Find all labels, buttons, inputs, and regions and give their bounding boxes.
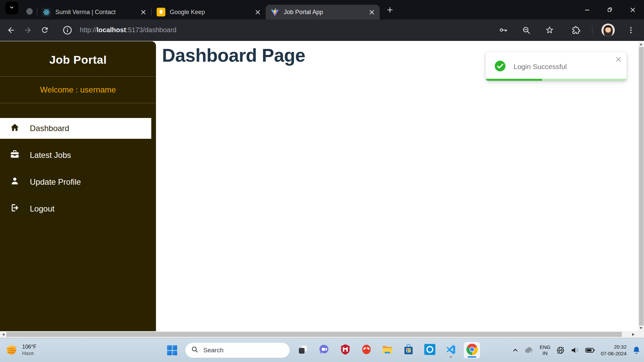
welcome-text: Welcome : username [0, 77, 156, 103]
url-text: http://localhost:5173/dashboard [80, 26, 176, 34]
passwords-key-icon[interactable] [496, 23, 510, 37]
sidebar-item-logout[interactable]: Logout [0, 198, 156, 219]
vertical-scrollbar[interactable] [638, 41, 644, 331]
alexa-button[interactable] [422, 342, 438, 358]
google-keep-icon [156, 8, 165, 17]
chrome-button[interactable] [464, 342, 480, 358]
weather-temperature: 106°F [22, 344, 37, 350]
vite-icon [270, 8, 279, 17]
horizontal-scroll-thumb[interactable] [6, 332, 622, 337]
taskbar-center [164, 338, 480, 362]
task-view-icon [298, 344, 308, 356]
taskbar: 106°F Haze [0, 338, 644, 362]
url-protocol: http:// [80, 26, 97, 34]
weather-condition: Haze [22, 350, 37, 357]
notification-bell-icon[interactable] [632, 346, 641, 354]
app-title: Job Portal [0, 41, 156, 66]
file-explorer-button[interactable] [379, 342, 395, 358]
restore-button[interactable] [598, 0, 621, 19]
close-window-button[interactable] [621, 0, 644, 19]
mcafee-button[interactable] [337, 342, 353, 358]
new-tab-button[interactable] [384, 4, 396, 16]
zoom-out-icon[interactable] [519, 23, 533, 37]
url-host: localhost [97, 26, 126, 34]
sidebar-item-label: Latest Jobs [30, 150, 71, 160]
sidebar-item-label: Update Profile [30, 177, 81, 187]
tab-job-portal-app[interactable]: Job Portal App [266, 5, 380, 19]
close-tab-icon[interactable] [253, 7, 262, 17]
vscode-button[interactable] [443, 342, 459, 358]
scroll-down-arrow[interactable] [640, 327, 642, 329]
screen: Sumit Verma | Contact Google Keep [0, 0, 644, 362]
scroll-right-arrow[interactable] [630, 331, 636, 338]
close-tab-icon[interactable] [367, 7, 376, 17]
toast-close-icon[interactable] [615, 56, 622, 63]
tab-google-keep[interactable]: Google Keep [152, 5, 266, 19]
sidebar-nav: Dashboard Latest Jobs Update Profile Log… [0, 118, 156, 219]
plus-icon [387, 7, 393, 14]
microsoft-store-button[interactable] [400, 342, 417, 358]
sidebar-item-update-profile[interactable]: Update Profile [0, 172, 156, 192]
react-icon [42, 8, 51, 17]
toolbar-separator [592, 26, 592, 35]
tab-sumit-verma-contact[interactable]: Sumit Verma | Contact [37, 5, 151, 19]
task-view-button[interactable] [295, 342, 311, 358]
address-bar[interactable]: http://localhost:5173/dashboard [57, 23, 496, 37]
toast-message: Login Successful [514, 63, 567, 71]
no-internet-globe-icon[interactable] [556, 346, 565, 355]
reload-button[interactable] [38, 23, 52, 37]
sidebar-item-latest-jobs[interactable]: Latest Jobs [0, 145, 156, 166]
sidebar-item-label: Logout [30, 204, 54, 214]
browser-tab-bar: Sumit Verma | Contact Google Keep [0, 0, 644, 19]
tab-title: Job Portal App [284, 9, 367, 16]
battery-icon[interactable] [585, 346, 595, 354]
tab-title: Sumit Verma | Contact [55, 9, 139, 16]
bookmark-star-icon[interactable] [542, 23, 556, 37]
back-button[interactable] [4, 23, 18, 37]
clock-widget[interactable]: 20:32 07-06-2024 [601, 344, 627, 357]
webadvisor-button[interactable] [358, 342, 374, 358]
scroll-up-arrow[interactable] [640, 43, 642, 45]
weather-widget[interactable]: 106°F Haze [4, 338, 37, 362]
browser-toolbar: http://localhost:5173/dashboard [0, 19, 644, 41]
toolbar-right [496, 23, 638, 37]
system-tray: ENG IN 20:32 07-06-2024 [513, 338, 641, 362]
profile-avatar[interactable] [601, 23, 615, 37]
start-button[interactable] [164, 342, 180, 358]
sidebar: Job Portal Welcome : username Dashboard … [0, 41, 156, 331]
horizontal-scrollbar[interactable] [0, 331, 644, 338]
extensions-icon[interactable] [569, 23, 583, 37]
language-indicator[interactable]: ENG IN [540, 344, 551, 356]
chat-app-button[interactable] [316, 342, 332, 358]
volume-icon[interactable] [571, 346, 579, 355]
user-icon [10, 176, 19, 188]
microsoft-store-icon [403, 344, 414, 357]
tab-search-button[interactable] [5, 2, 18, 14]
home-icon [10, 123, 19, 134]
onedrive-icon[interactable] [524, 346, 534, 354]
sidebar-item-label: Dashboard [30, 124, 69, 133]
logout-icon [10, 203, 19, 215]
tray-time: 20:32 [601, 344, 627, 350]
search-input[interactable] [203, 346, 280, 354]
browser-menu-icon[interactable] [624, 23, 638, 37]
haze-sun-icon [4, 342, 19, 358]
search-icon [191, 346, 198, 354]
vertical-scroll-thumb[interactable] [639, 47, 644, 325]
close-tab-icon[interactable] [139, 7, 148, 17]
toast-progress-track [486, 79, 627, 81]
scroll-left-arrow[interactable] [0, 331, 6, 338]
taskbar-search[interactable] [185, 343, 290, 358]
vscode-icon [445, 344, 456, 356]
main-content: Dashboard Page Login Successful [156, 41, 638, 331]
site-info-icon[interactable] [60, 23, 74, 37]
minimize-button[interactable] [576, 0, 598, 19]
sidebar-item-dashboard[interactable]: Dashboard [0, 118, 151, 139]
tray-date: 07-06-2024 [601, 350, 627, 357]
language-line2: IN [540, 350, 551, 356]
hidden-icons-chevron-icon[interactable] [513, 347, 518, 353]
forward-button[interactable] [21, 23, 35, 37]
mcafee-shield-icon [340, 344, 351, 356]
url-path: :5173/dashboard [126, 26, 176, 34]
pinned-tab-globe[interactable] [22, 5, 37, 19]
